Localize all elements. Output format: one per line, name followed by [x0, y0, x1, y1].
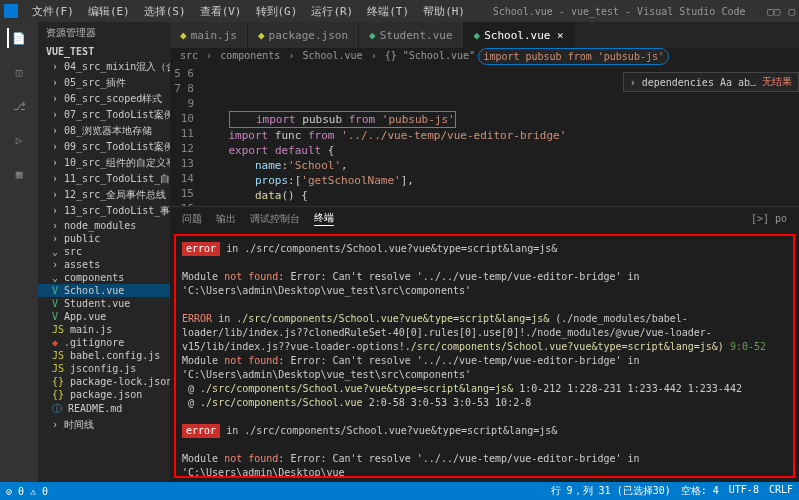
tree-item[interactable]: package-lock.json	[38, 375, 170, 388]
panel-right[interactable]: [>] po	[751, 213, 787, 224]
status-eol[interactable]: CRLF	[769, 484, 793, 498]
tree-item[interactable]: 04_src_mixin混入（合…	[38, 59, 170, 75]
menu-help[interactable]: 帮助(H)	[417, 2, 471, 21]
editor-tab[interactable]: ◆ Student.vue	[359, 22, 463, 48]
no-results: 无结果	[762, 75, 792, 89]
tab-debug-console[interactable]: 调试控制台	[250, 212, 300, 226]
activity-bar: 📄 ◫ ⎇ ▷ ▦	[0, 22, 38, 482]
menu-run[interactable]: 运行(R)	[305, 2, 359, 21]
tree-item[interactable]: 09_src_TodoList案例…	[38, 139, 170, 155]
tree-item[interactable]: node_modules	[38, 219, 170, 232]
menu-view[interactable]: 查看(V)	[194, 2, 248, 21]
tree-item[interactable]: 06_src_scoped样式	[38, 91, 170, 107]
explorer-icon[interactable]: 📄	[7, 28, 27, 48]
tree-item[interactable]: public	[38, 232, 170, 245]
editor-tabs: ◆ main.js◆ package.json◆ Student.vue◆ Sc…	[170, 22, 799, 48]
layout-icon-2[interactable]: ▢	[788, 5, 795, 18]
tree-item[interactable]: README.md	[38, 401, 170, 417]
tree-item[interactable]: src	[38, 245, 170, 258]
menu-terminal[interactable]: 终端(T)	[361, 2, 415, 21]
tree-item[interactable]: package.json	[38, 388, 170, 401]
tree-item[interactable]: components	[38, 271, 170, 284]
tree-item[interactable]: Student.vue	[38, 297, 170, 310]
case-icon[interactable]: Aa	[720, 77, 732, 88]
layout-icon[interactable]: ▢▢	[767, 5, 780, 18]
editor-tab[interactable]: ◆ School.vue ×	[464, 22, 575, 48]
tree-item[interactable]: jsconfig.js	[38, 362, 170, 375]
status-bar: ⊘ 0 ⚠ 0 行 9，列 31 (已选择30) 空格: 4 UTF-8 CRL…	[0, 482, 799, 500]
tab-problems[interactable]: 问题	[182, 212, 202, 226]
tree-item[interactable]: 07_src_TodoList案例	[38, 107, 170, 123]
tree-item[interactable]: assets	[38, 258, 170, 271]
tree-item[interactable]: 10_src_组件的自定义事件…	[38, 155, 170, 171]
window-title: School.vue - vue_test - Visual Studio Co…	[471, 6, 767, 17]
status-cursor[interactable]: 行 9，列 31 (已选择30)	[551, 484, 671, 498]
sidebar-section[interactable]: VUE_TEST	[38, 44, 170, 59]
status-errors[interactable]: ⊘ 0 ⚠ 0	[6, 486, 48, 497]
titlebar: 文件(F) 编辑(E) 选择(S) 查看(V) 转到(G) 运行(R) 终端(T…	[0, 0, 799, 22]
tree-item[interactable]: babel.config.js	[38, 349, 170, 362]
tree-item[interactable]: School.vue	[38, 284, 170, 297]
editor-tab[interactable]: ◆ main.js	[170, 22, 248, 48]
tree-item[interactable]: 13_src_TodoList_事件…	[38, 203, 170, 219]
overlap-icon[interactable]: ◫	[9, 62, 29, 82]
tree-item[interactable]: 08_浏览器本地存储	[38, 123, 170, 139]
panel-tabs: 问题 输出 调试控制台 终端 [>] po	[170, 206, 799, 230]
tree-item[interactable]: 时间线	[38, 417, 170, 433]
tree-item[interactable]: main.js	[38, 323, 170, 336]
editor-area: ◆ main.js◆ package.json◆ Student.vue◆ Sc…	[170, 22, 799, 482]
debug-icon[interactable]: ▷	[9, 130, 29, 150]
status-indent[interactable]: 空格: 4	[681, 484, 719, 498]
tree-item[interactable]: 11_src_TodoList_自定…	[38, 171, 170, 187]
extensions-icon[interactable]: ▦	[9, 164, 29, 184]
tree-item[interactable]: 12_src_全局事件总线	[38, 187, 170, 203]
menu-bar: 文件(F) 编辑(E) 选择(S) 查看(V) 转到(G) 运行(R) 终端(T…	[26, 2, 471, 21]
icon-chevron-right: ›	[630, 77, 636, 88]
tree-item[interactable]: .gitignore	[38, 336, 170, 349]
menu-go[interactable]: 转到(G)	[250, 2, 304, 21]
tab-terminal[interactable]: 终端	[314, 211, 334, 226]
editor-tab[interactable]: ◆ package.json	[248, 22, 359, 48]
tree-item[interactable]: 05_src_插件	[38, 75, 170, 91]
tab-output[interactable]: 输出	[216, 212, 236, 226]
sidebar-title: 资源管理器	[38, 22, 170, 44]
find-result-highlight: import pubsub from 'pubsub-js'	[478, 48, 669, 65]
tree-item[interactable]: App.vue	[38, 310, 170, 323]
terminal-output[interactable]: error in ./src/components/School.vue?vue…	[174, 234, 795, 478]
source-control-icon[interactable]: ⎇	[9, 96, 29, 116]
dep-label: dependencies	[642, 77, 714, 88]
file-tree: 04_src_mixin混入（合…05_src_插件06_src_scoped样…	[38, 59, 170, 433]
find-status: › dependencies Aa ab⎵ 无结果	[623, 72, 799, 92]
word-icon[interactable]: ab⎵	[738, 77, 756, 88]
sidebar: 资源管理器 VUE_TEST 04_src_mixin混入（合…05_src_插…	[38, 22, 170, 482]
menu-file[interactable]: 文件(F)	[26, 2, 80, 21]
vscode-logo-icon	[4, 4, 18, 18]
status-encoding[interactable]: UTF-8	[729, 484, 759, 498]
menu-select[interactable]: 选择(S)	[138, 2, 192, 21]
menu-edit[interactable]: 编辑(E)	[82, 2, 136, 21]
